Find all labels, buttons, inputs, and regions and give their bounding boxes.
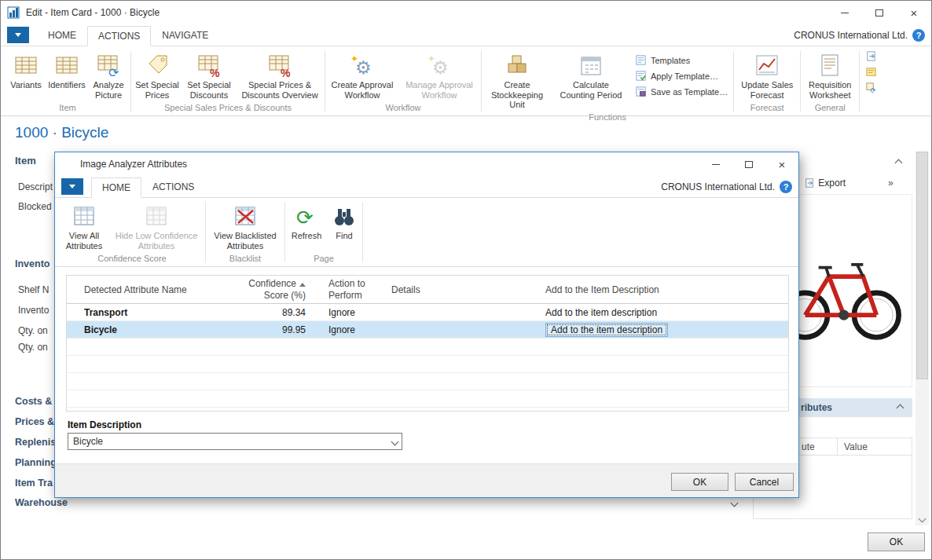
set-special-discounts-button[interactable]: % Set Special Discounts xyxy=(182,51,236,101)
create-approval-workflow-button[interactable]: ⚙✦ Create Approval Workflow xyxy=(326,51,398,101)
attribute-column-header[interactable]: ute xyxy=(802,441,815,452)
variants-button[interactable]: Variants xyxy=(6,51,46,92)
requisition-worksheet-button[interactable]: Requisition Worksheet xyxy=(802,51,858,101)
dialog-close-button[interactable]: × xyxy=(765,152,798,176)
minimize-icon xyxy=(841,13,849,13)
note-icon[interactable] xyxy=(865,66,877,78)
fasttab-replenishment[interactable]: Replenis xyxy=(15,437,56,448)
minimize-button[interactable] xyxy=(827,1,862,24)
col-confidence-score[interactable]: Confidence Score (%) xyxy=(228,278,309,301)
hide-low-confidence-button: Hide Low Confidence Attributes xyxy=(108,202,204,252)
fasttab-item[interactable]: Item xyxy=(15,155,36,167)
field-label-description: Descript xyxy=(18,181,53,192)
toolbar-overflow-button[interactable]: » xyxy=(888,178,893,188)
fasttab-planning[interactable]: Planning xyxy=(15,457,57,468)
svg-text:%: % xyxy=(281,67,291,78)
maximize-icon xyxy=(745,161,753,168)
create-stockkeeping-unit-button[interactable]: Create Stockkeeping Unit xyxy=(483,51,552,112)
confidence-value: 99.95 xyxy=(228,324,309,335)
warehouse-expand-icon[interactable] xyxy=(731,500,739,507)
fasttab-inventory[interactable]: Invento xyxy=(15,258,50,269)
scrollbar-thumb[interactable] xyxy=(916,152,928,379)
templates-button[interactable]: Templates xyxy=(635,54,728,66)
scrollbar-down-button[interactable] xyxy=(915,512,929,525)
page-arrow-icon[interactable] xyxy=(865,50,877,62)
close-button[interactable]: × xyxy=(897,1,931,24)
svg-text:⟳: ⟳ xyxy=(296,206,314,229)
dialog-cancel-button[interactable]: Cancel xyxy=(735,473,794,491)
refresh-grid-icon[interactable]: ⟳ xyxy=(865,82,877,93)
dialog-tab-actions[interactable]: ACTIONS xyxy=(141,177,205,197)
find-button[interactable]: Find xyxy=(327,202,361,243)
template-icon xyxy=(635,54,647,66)
calculate-counting-period-button[interactable]: Calculate Counting Period xyxy=(552,51,630,101)
group-label-forecast: Forecast xyxy=(735,102,799,115)
add-to-description-button-focused[interactable]: Add to the item description xyxy=(545,323,668,337)
ribbon-divider xyxy=(284,202,285,262)
add-to-description-action[interactable]: Add to the item description xyxy=(545,307,788,318)
dialog-window-controls: × xyxy=(699,152,798,176)
dialog-ok-button[interactable]: OK xyxy=(671,473,728,491)
fasttab-warehouse[interactable]: Warehouse xyxy=(15,497,68,508)
dialog-tab-home[interactable]: HOME xyxy=(91,178,141,198)
apply-template-button[interactable]: Apply Template… xyxy=(635,70,728,82)
attribute-row-bicycle-selected[interactable]: Bicycle 99.95 Ignore Add to the item des… xyxy=(67,321,788,339)
image-analyzer-dialog: Image Analyzer Attributes × HOME ACTIONS… xyxy=(54,152,799,498)
identifiers-button[interactable]: Identifiers xyxy=(46,51,87,92)
analyze-picture-icon: ⟳ xyxy=(96,53,121,78)
item-description-combobox[interactable]: Bicycle xyxy=(68,433,402,450)
main-titlebar: Edit - Item Card - 1000 · Bicycle × xyxy=(1,1,931,24)
value-column-header[interactable]: Value xyxy=(844,441,868,452)
right-scrollbar[interactable] xyxy=(915,152,929,525)
ribbon-divider xyxy=(205,202,206,262)
ribbon-group-general: Requisition Worksheet General xyxy=(802,47,858,115)
export-button[interactable]: Export xyxy=(818,178,846,188)
main-ok-button[interactable]: OK xyxy=(868,533,925,551)
tab-home[interactable]: HOME xyxy=(37,25,87,46)
set-special-prices-button[interactable]: Set Special Prices xyxy=(132,51,182,101)
tab-navigate[interactable]: NAVIGATE xyxy=(151,25,219,46)
dialog-minimize-button[interactable] xyxy=(699,152,732,176)
action-value[interactable]: Ignore xyxy=(328,324,391,335)
minimize-icon xyxy=(712,164,720,165)
field-label-qty-1: Qty. on xyxy=(18,325,48,336)
col-details[interactable]: Details xyxy=(391,284,545,295)
col-add-to-item-description[interactable]: Add to the Item Description xyxy=(545,284,788,295)
attributes-grid-icon xyxy=(72,203,97,229)
help-icon[interactable]: ? xyxy=(912,29,925,42)
refresh-button[interactable]: ⟳ Refresh xyxy=(286,202,327,243)
dialog-company-name: CRONUS International Ltd. xyxy=(661,181,775,192)
col-detected-attribute-name[interactable]: Detected Attribute Name xyxy=(84,284,228,295)
ribbon-group-page: ⟳ Refresh Find Page xyxy=(286,198,361,266)
fasttab-item-tracking[interactable]: Item Tra xyxy=(15,478,53,489)
combobox-arrow[interactable] xyxy=(387,439,402,445)
table-icon xyxy=(13,53,39,78)
main-tabrow: HOME ACTIONS NAVIGATE CRONUS Internation… xyxy=(1,24,931,46)
svg-text:✦: ✦ xyxy=(427,53,435,64)
attribute-row-transport[interactable]: Transport 89.34 Ignore Add to the item d… xyxy=(67,304,788,321)
ribbon-divider xyxy=(800,51,801,112)
refresh-icon: ⟳ xyxy=(294,203,319,229)
view-blacklisted-attributes-button[interactable]: View Blacklisted Attributes xyxy=(207,202,284,252)
dialog-help-icon[interactable]: ? xyxy=(780,181,792,193)
view-all-attributes-button[interactable]: View All Attributes xyxy=(60,202,108,252)
fasttab-prices[interactable]: Prices & xyxy=(15,416,54,427)
col-action-to-perform[interactable]: Action to Perform xyxy=(328,278,391,301)
application-menu-button[interactable] xyxy=(7,27,29,43)
save-as-template-button[interactable]: Save as Template… xyxy=(635,86,728,97)
dialog-maximize-button[interactable] xyxy=(732,152,765,176)
boxes-icon xyxy=(505,53,530,78)
picture-collapse-icon[interactable] xyxy=(895,159,903,167)
dialog-application-menu-button[interactable] xyxy=(61,178,83,195)
update-sales-forecast-button[interactable]: Update Sales Forecast xyxy=(735,51,799,101)
maximize-button[interactable] xyxy=(862,1,897,24)
attributes-header-label: ributes xyxy=(801,402,832,413)
apply-template-icon xyxy=(635,70,647,82)
fasttab-costs[interactable]: Costs & xyxy=(15,396,52,407)
special-prices-discounts-overview-button[interactable]: % Special Prices & Discounts Overview xyxy=(236,51,324,101)
ribbon-divider xyxy=(481,51,482,112)
svg-text:%: % xyxy=(210,67,220,78)
tab-actions[interactable]: ACTIONS xyxy=(87,26,151,46)
analyze-picture-button[interactable]: ⟳ Analyze Picture xyxy=(87,51,130,101)
action-value[interactable]: Ignore xyxy=(328,307,391,318)
